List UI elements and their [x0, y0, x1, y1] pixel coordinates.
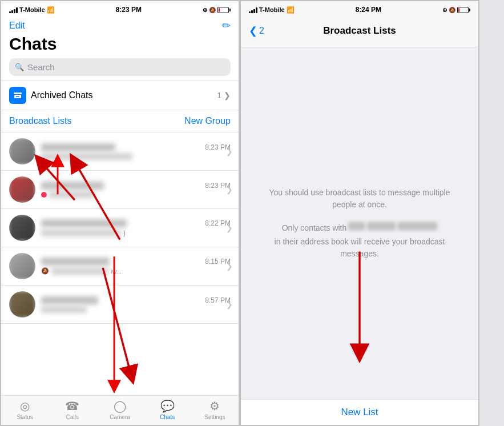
back-chevron-icon: ❮ [249, 25, 257, 37]
status-bar-left: T-Mobile 📶 8:23 PM ⊕ 🔕 [1, 1, 239, 17]
info-text2-pre: Only contacts with [282, 222, 347, 234]
camera-tab-label: Camera [110, 414, 130, 420]
blurred-word-2 [367, 222, 396, 230]
chat-chevron: ❯ [226, 223, 233, 232]
back-number: 2 [259, 26, 264, 36]
chats-title: Chats [9, 34, 231, 54]
chat-preview-row [41, 306, 231, 313]
archived-chats-row[interactable]: Archived Chats 1 ❯ [1, 81, 239, 110]
broadcast-info-text1: You should use broadcast lists to messag… [258, 187, 461, 211]
wifi-icon-right: 📶 [287, 6, 295, 14]
broadcast-bar: Broadcast Lists New Group [1, 110, 239, 132]
signal-bars-left [9, 6, 18, 13]
tab-item-camera[interactable]: ◯ Camera [96, 399, 143, 420]
new-list-footer: New List [241, 399, 478, 425]
search-placeholder: Search [27, 62, 55, 72]
tab-item-settings[interactable]: ⚙ Settings [191, 399, 239, 420]
battery-body-right [457, 7, 469, 13]
tab-item-calls[interactable]: ☎ Calls [49, 399, 96, 420]
calls-tab-label: Calls [66, 414, 79, 420]
chat-name-blurred [41, 182, 104, 190]
chat-item[interactable]: 8:22 PM ) ❯ [1, 209, 239, 247]
right-phone: T-Mobile 📶 8:24 PM ⊕ 🔕 ❮ 2 Broadcast Lis… [240, 0, 479, 426]
chat-chevron: ❯ [226, 185, 233, 194]
archived-right: 1 ❯ [217, 91, 231, 100]
calls-tab-icon: ☎ [65, 399, 79, 413]
status-bar-right: T-Mobile 📶 8:24 PM ⊕ 🔕 [241, 1, 478, 17]
broadcast-page-title: Broadcast Lists [323, 25, 396, 37]
avatar [9, 253, 35, 279]
preview-suffix: iw... [111, 268, 122, 275]
svg-rect-2 [16, 96, 19, 97]
time-left: 8:23 PM [116, 6, 142, 14]
chat-preview-blurred [41, 306, 87, 313]
avatar [9, 176, 35, 203]
chat-preview-blurred [51, 268, 108, 275]
gps-icon-right: ⊕ [442, 7, 447, 13]
edit-button[interactable]: Edit [9, 21, 25, 31]
muted-icon: 🔕 [41, 267, 49, 275]
chat-chevron: ❯ [226, 262, 233, 271]
settings-tab-icon: ⚙ [209, 399, 220, 413]
pink-badge [41, 192, 47, 198]
battery-tip-left [229, 9, 231, 11]
broadcast-body: You should use broadcast lists to messag… [241, 47, 478, 399]
battery-fill-left [219, 8, 220, 12]
battery-fill-right [458, 8, 459, 12]
archived-icon [9, 87, 26, 104]
chat-chevron: ❯ [226, 300, 233, 309]
chat-name-blurred [41, 143, 115, 151]
chat-preview-row: ) [41, 229, 231, 237]
chat-preview-row [41, 191, 231, 198]
chat-item[interactable]: 8:57 PM ❯ [1, 286, 239, 324]
chat-list: 8:23 PM ❯ 8:23 PM ❯ [1, 132, 239, 395]
new-group-button[interactable]: New Group [184, 116, 231, 126]
blurred-word-1 [348, 222, 365, 230]
chat-content: 8:23 PM [41, 143, 231, 160]
chat-name-blurred [41, 258, 110, 266]
tab-item-chats[interactable]: 💬 Chats [144, 399, 191, 420]
battery-right [457, 7, 470, 13]
battery-left [217, 7, 231, 13]
chat-item[interactable]: 8:23 PM ❯ [1, 132, 239, 171]
avatar [9, 215, 35, 241]
broadcast-lists-button[interactable]: Broadcast Lists [9, 116, 71, 126]
new-list-button[interactable]: New List [341, 407, 378, 417]
chat-name-row: 8:22 PM [41, 219, 231, 227]
archived-count: 1 [217, 91, 221, 100]
chats-header: Edit ✏ Chats 🔍 Search [1, 17, 239, 81]
chat-preview-blurred [41, 230, 121, 236]
chat-preview-blurred [49, 191, 95, 198]
chat-name-row: 8:57 PM [41, 296, 231, 304]
archived-label: Archived Chats [31, 90, 93, 101]
tab-item-status[interactable]: ◎ Status [1, 399, 49, 420]
chat-name-row: 8:23 PM [41, 182, 231, 190]
status-tab-icon: ◎ [20, 399, 30, 413]
left-phone: T-Mobile 📶 8:23 PM ⊕ 🔕 Edit ✏ Chats 🔍 Se… [0, 0, 240, 426]
sound-icon-left: 🔕 [209, 7, 216, 13]
chat-content: 8:22 PM ) [41, 219, 231, 237]
status-tab-label: Status [17, 414, 33, 420]
search-bar[interactable]: 🔍 Search [9, 58, 231, 76]
archive-svg [13, 91, 22, 100]
gps-icon-left: ⊕ [203, 7, 207, 13]
time-right: 8:24 PM [356, 6, 381, 14]
avatar [9, 138, 35, 164]
battery-area-left: ⊕ 🔕 [203, 7, 231, 13]
carrier-signal-right: T-Mobile 📶 [249, 6, 295, 14]
preview-suffix: ) [123, 229, 126, 237]
signal-bars-right [249, 6, 257, 13]
avatar [9, 291, 35, 318]
back-button[interactable]: ❮ 2 [249, 25, 264, 37]
svg-rect-0 [14, 93, 22, 94]
chats-tab-icon: 💬 [160, 399, 175, 413]
chat-name-blurred [41, 296, 98, 304]
chat-preview-row: 🔕 iw... [41, 267, 231, 275]
wifi-icon-left: 📶 [47, 6, 55, 14]
chat-item[interactable]: 8:15 PM 🔕 iw... ❯ [1, 247, 239, 286]
compose-icon[interactable]: ✏ [222, 19, 231, 32]
chat-item[interactable]: 8:23 PM ❯ [1, 171, 239, 209]
chat-content: 8:23 PM [41, 182, 231, 198]
carrier-signal-left: T-Mobile 📶 [9, 6, 55, 14]
camera-tab-icon: ◯ [114, 399, 126, 413]
